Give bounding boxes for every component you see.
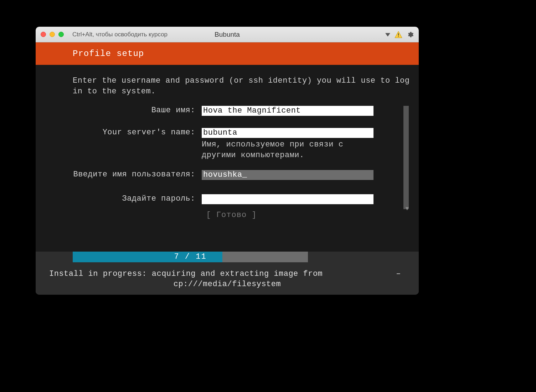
- description: Enter the username and password (or ssh …: [73, 76, 412, 97]
- content: Enter the username and password (or ssh …: [36, 65, 419, 249]
- spinner-icon: –: [396, 269, 401, 279]
- form-area: ▲ ▼ Ваше имя: Hova the Magnificent Your …: [73, 106, 412, 204]
- install-line2: cp:///media/filesystem: [46, 279, 408, 290]
- password-label: Задайте пароль:: [73, 194, 202, 203]
- svg-rect-0: [398, 33, 399, 35]
- install-line1: Install in progress: acquiring and extra…: [49, 269, 323, 279]
- svg-rect-1: [398, 36, 399, 37]
- install-status: Install in progress: acquiring and extra…: [36, 262, 419, 295]
- scroll-down-icon[interactable]: ▼: [405, 206, 409, 212]
- traffic-lights: [41, 32, 64, 37]
- row-username: Введите имя пользователя: hovushka: [73, 170, 412, 180]
- vm-screen: Profile setup Enter the username and pas…: [36, 42, 419, 295]
- progress-area: 7 / 11 Install in progress: acquiring an…: [36, 252, 419, 295]
- server-name-label: Your server's name:: [73, 128, 202, 137]
- page-title: Profile setup: [36, 42, 419, 65]
- row-your-name: Ваше имя: Hova the Magnificent: [73, 106, 412, 116]
- your-name-input[interactable]: Hova the Magnificent: [202, 106, 373, 116]
- row-server-name: Your server's name: bubunta Имя, использ…: [73, 128, 412, 160]
- dropdown-icon[interactable]: [385, 32, 390, 37]
- server-name-input[interactable]: bubunta: [202, 128, 373, 138]
- gear-icon[interactable]: [407, 31, 414, 38]
- vm-window: Ctrl+Alt, чтобы освободить курсор Bubunt…: [36, 27, 419, 295]
- your-name-label: Ваше имя:: [73, 106, 202, 115]
- minimize-icon[interactable]: [50, 32, 55, 37]
- username-input[interactable]: hovushka: [202, 170, 373, 180]
- close-icon[interactable]: [41, 32, 46, 37]
- password-input[interactable]: [202, 194, 373, 204]
- progress-text: 7 / 11: [73, 252, 308, 262]
- maximize-icon[interactable]: [58, 32, 64, 37]
- row-password: Задайте пароль:: [73, 194, 412, 204]
- progress-bar: 7 / 11: [73, 252, 308, 262]
- release-cursor-hint: Ctrl+Alt, чтобы освободить курсор: [72, 31, 168, 38]
- server-name-hint: Имя, используемое при связи с другими ко…: [202, 139, 373, 160]
- warning-icon[interactable]: [395, 31, 402, 38]
- done-button[interactable]: [ Готово ]: [51, 211, 412, 220]
- vm-title: Bubunta: [215, 31, 240, 38]
- titlebar: Ctrl+Alt, чтобы освободить курсор Bubunt…: [36, 27, 419, 42]
- scrollbar[interactable]: [403, 106, 409, 209]
- username-label: Введите имя пользователя:: [73, 170, 202, 179]
